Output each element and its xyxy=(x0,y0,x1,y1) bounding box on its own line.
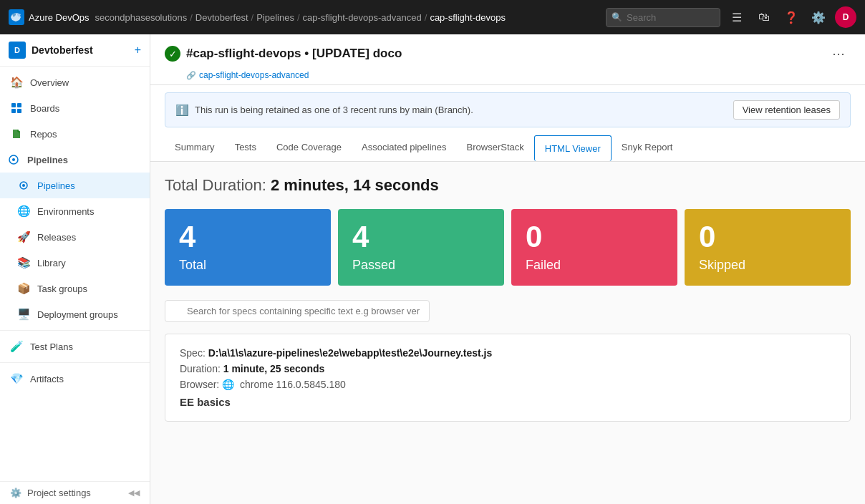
sidebar-item-repos[interactable]: Repos xyxy=(0,121,150,147)
pipelines-icon xyxy=(17,179,30,192)
stat-card-total: 4 Total xyxy=(165,209,331,286)
sidebar-item-test-plans[interactable]: 🧪 Test Plans xyxy=(0,334,150,359)
status-check-icon: ✓ xyxy=(165,46,180,62)
stat-skipped-label: Skipped xyxy=(699,258,745,273)
overview-icon: 🏠 xyxy=(10,76,23,89)
notifications-icon[interactable]: ☰ xyxy=(726,6,748,28)
tabs: Summary Tests Code Coverage Associated p… xyxy=(150,135,865,162)
add-project-button[interactable]: + xyxy=(135,44,141,57)
svg-rect-3 xyxy=(17,109,21,113)
org-label: Devtoberfest xyxy=(32,44,93,56)
settings-icon: ⚙️ xyxy=(10,488,21,498)
spec-search-wrap: 🔍 xyxy=(165,300,430,322)
breadcrumb-devtoberfest[interactable]: Devtoberfest xyxy=(195,12,248,23)
first-test-title: EE basics xyxy=(180,396,836,408)
sidebar-item-releases[interactable]: 🚀 Releases xyxy=(0,224,150,250)
breadcrumb-pipelines[interactable]: Pipelines xyxy=(256,12,294,23)
pipeline-icon: 🔗 xyxy=(186,71,196,80)
collapse-icon: ◀◀ xyxy=(128,488,140,498)
stat-failed-num: 0 xyxy=(526,222,542,252)
stats-row: 4 Total 4 Passed 0 Failed 0 Skipped xyxy=(165,209,851,286)
test-plans-icon: 🧪 xyxy=(10,340,23,353)
tab-snyk-report[interactable]: Snyk Report xyxy=(612,135,683,161)
sidebar-section-pipelines[interactable]: Pipelines xyxy=(0,147,150,173)
spec-path-row: Spec: D:\a\1\s\azure-pipelines\e2e\webap… xyxy=(180,347,836,359)
page-title: ✓ #cap-sflight-devops • [UPDATE] doco xyxy=(165,46,402,62)
environments-icon: 🌐 xyxy=(17,205,30,218)
artifacts-icon: 💎 xyxy=(10,372,23,385)
stat-failed-label: Failed xyxy=(526,258,561,273)
spec-path-value: D:\a\1\s\azure-pipelines\e2e\webapp\test… xyxy=(208,347,493,359)
sidebar-item-label: Environments xyxy=(37,206,94,217)
pipelines-section-label: Pipelines xyxy=(27,155,68,165)
breadcrumb-org[interactable]: secondphasesolutions xyxy=(95,12,188,23)
breadcrumb-pipeline-current: cap-sflight-devops xyxy=(430,12,506,23)
page-title-row: ✓ #cap-sflight-devops • [UPDATE] doco ⋯ xyxy=(165,43,851,64)
stat-card-passed: 4 Passed xyxy=(338,209,504,286)
top-nav: Azure DevOps secondphasesolutions / Devt… xyxy=(0,0,865,34)
sidebar-item-overview[interactable]: 🏠 Overview xyxy=(0,69,150,95)
org-avatar: D xyxy=(9,42,26,59)
info-banner-message: This run is being retained as one of 3 r… xyxy=(195,105,473,115)
boards-icon xyxy=(10,102,23,115)
info-banner: ℹ️ This run is being retained as one of … xyxy=(165,92,851,127)
browser-value: chrome 116.0.5845.180 xyxy=(240,379,346,390)
task-groups-icon: 📦 xyxy=(17,282,30,295)
spec-search-input[interactable] xyxy=(165,300,430,322)
sidebar-divider-2 xyxy=(0,362,150,363)
svg-rect-1 xyxy=(17,103,21,107)
top-nav-actions: 🔍 ☰ 🛍 ❓ ⚙️ D xyxy=(606,6,856,28)
search-wrap: 🔍 xyxy=(606,8,720,27)
azure-devops-icon xyxy=(9,9,24,25)
page-header: ✓ #cap-sflight-devops • [UPDATE] doco ⋯ … xyxy=(150,34,865,85)
sidebar-item-label: Test Plans xyxy=(30,341,73,352)
spec-duration-row: Duration: 1 minute, 25 seconds xyxy=(180,363,836,374)
sidebar-item-environments[interactable]: 🌐 Environments xyxy=(0,198,150,224)
avatar[interactable]: D xyxy=(835,6,856,28)
tab-tests[interactable]: Tests xyxy=(225,135,266,161)
browser-icon: 🌐 xyxy=(222,379,234,390)
run-title: #cap-sflight-devops • [UPDATE] doco xyxy=(186,47,402,61)
project-settings-label: Project settings xyxy=(27,488,91,498)
deployment-groups-icon: 🖥️ xyxy=(17,308,30,321)
project-settings-button[interactable]: ⚙️ Project settings ◀◀ xyxy=(0,481,150,504)
more-options-button[interactable]: ⋯ xyxy=(826,43,851,64)
basket-icon[interactable]: 🛍 xyxy=(753,6,775,28)
sidebar-item-pipelines[interactable]: Pipelines xyxy=(0,173,150,198)
app-name: Azure DevOps xyxy=(29,12,90,23)
sidebar-item-label: Pipelines xyxy=(37,180,75,191)
pipeline-subtitle[interactable]: 🔗 cap-sflight-devops-advanced xyxy=(165,70,851,80)
tab-associated-pipelines[interactable]: Associated pipelines xyxy=(352,135,457,161)
pipelines-header-icon xyxy=(7,153,20,166)
sidebar-item-label: Boards xyxy=(30,103,59,114)
pipeline-link: cap-sflight-devops-advanced xyxy=(199,70,309,80)
duration-title: Total Duration: 2 minutes, 14 seconds xyxy=(165,176,851,195)
sidebar-nav: 🏠 Overview Boards Repos Pipelines xyxy=(0,67,150,481)
sidebar-item-library[interactable]: 📚 Library xyxy=(0,250,150,276)
stat-total-num: 4 xyxy=(179,222,195,252)
spec-label: Spec: xyxy=(180,347,206,359)
tab-code-coverage[interactable]: Code Coverage xyxy=(266,135,352,161)
stat-card-failed: 0 Failed xyxy=(511,209,677,286)
view-retention-leases-button[interactable]: View retention leases xyxy=(733,100,840,120)
stat-passed-num: 4 xyxy=(352,222,369,252)
tab-summary[interactable]: Summary xyxy=(165,135,225,161)
sidebar-item-deployment-groups[interactable]: 🖥️ Deployment groups xyxy=(0,301,150,327)
html-viewer-content: Total Duration: 2 minutes, 14 seconds 4 … xyxy=(150,162,865,504)
org-name: D Devtoberfest xyxy=(9,42,93,59)
tab-html-viewer[interactable]: HTML Viewer xyxy=(534,135,612,161)
sidebar-item-boards[interactable]: Boards xyxy=(0,95,150,121)
sidebar-item-task-groups[interactable]: 📦 Task groups xyxy=(0,276,150,301)
sidebar-divider xyxy=(0,330,150,331)
info-icon: ℹ️ xyxy=(175,104,189,117)
tab-browserstack[interactable]: BrowserStack xyxy=(457,135,534,161)
sidebar-item-artifacts[interactable]: 💎 Artifacts xyxy=(0,366,150,392)
settings-icon[interactable]: ⚙️ xyxy=(808,6,829,28)
stat-total-label: Total xyxy=(179,258,206,273)
breadcrumb-pipeline-advanced[interactable]: cap-sflight-devops-advanced xyxy=(303,12,422,23)
duration-label: Total Duration: xyxy=(165,176,266,194)
spec-browser-row: Browser: 🌐 chrome 116.0.5845.180 xyxy=(180,379,836,390)
search-input[interactable] xyxy=(606,8,720,27)
help-icon[interactable]: ❓ xyxy=(781,6,802,28)
svg-rect-2 xyxy=(11,109,16,113)
